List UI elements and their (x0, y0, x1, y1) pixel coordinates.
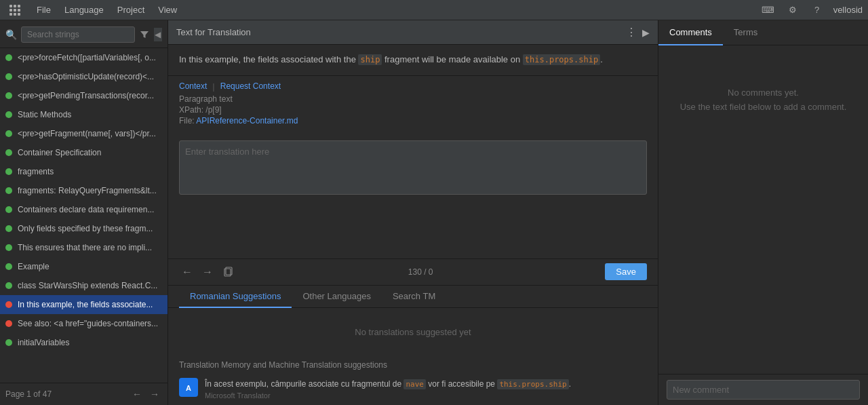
sidebar-list-item[interactable]: initialVariables (0, 333, 167, 352)
item-text: Static Methods (18, 110, 162, 119)
tm-section-label: Translation Memory and Machine Translati… (179, 360, 647, 370)
menu-project[interactable]: Project (111, 2, 151, 18)
sidebar-list-item[interactable]: <pre>hasOptimisticUpdate(record)<... (0, 67, 167, 86)
item-status-dot (5, 244, 12, 251)
item-text: fragments: RelayQueryFragments&lt... (18, 186, 162, 195)
svg-rect-7 (14, 13, 16, 16)
filter-button[interactable] (139, 26, 150, 43)
item-status-dot (5, 111, 12, 118)
item-text: <pre>getFragment(name[, vars])</pr... (18, 129, 162, 138)
context-divider: | (212, 81, 214, 92)
source-area: In this example, the fields associated w… (168, 45, 658, 76)
item-text: initialVariables (18, 338, 162, 347)
copy-source-button[interactable] (220, 264, 236, 280)
item-text: In this example, the fields associate... (18, 300, 162, 309)
svg-rect-2 (18, 5, 20, 7)
prev-page-button[interactable]: ← (130, 387, 144, 401)
save-button[interactable]: Save (605, 263, 647, 280)
item-text: fragments (18, 167, 162, 176)
item-text: <pre>hasOptimisticUpdate(record)<... (18, 72, 162, 81)
settings-icon[interactable]: ⚙ (785, 2, 801, 18)
svg-rect-6 (9, 13, 12, 16)
sidebar-list-item[interactable]: Containers declare data requiremen... (0, 200, 167, 219)
tab-other-languages[interactable]: Other Languages (292, 286, 381, 308)
item-text: Containers declare data requiremen... (18, 205, 162, 214)
sidebar-list-item[interactable]: fragments: RelayQueryFragments&lt... (0, 181, 167, 200)
sidebar-list-item[interactable]: Only fields specified by these fragm... (0, 219, 167, 238)
context-file: File: APIReference-Container.md (179, 116, 647, 126)
menu-file[interactable]: File (30, 2, 58, 18)
help-icon[interactable]: ? (809, 2, 825, 18)
suggestions-tab-bar: Romanian Suggestions Other Languages Sea… (168, 286, 658, 308)
expand-button[interactable]: ▶ (642, 27, 650, 38)
no-comments-message: No comments yet. Use the text field belo… (680, 86, 847, 115)
tm-service-icon: A (179, 378, 198, 397)
context-details: Paragraph text XPath: /p[9] File: APIRef… (179, 92, 647, 132)
item-text: See also: <a href="guides-containers... (18, 319, 162, 328)
menu-bar: File Language Project View ⌨ ⚙ ? vellosi… (0, 0, 868, 20)
tab-search-tm[interactable]: Search TM (382, 286, 446, 308)
item-status-dot (5, 225, 12, 232)
translation-panel-title: Text for Translation (176, 27, 251, 37)
context-section: Context | Request Context Paragraph text… (168, 76, 658, 135)
item-text: class StarWarsShip extends React.C... (18, 281, 162, 290)
next-translation-button[interactable]: → (199, 263, 216, 281)
sidebar-list-item[interactable]: In this example, the fields associate... (0, 295, 167, 314)
translation-input-area (168, 135, 658, 258)
right-footer (658, 374, 868, 405)
no-suggestions-text: No translations suggested yet (179, 316, 647, 348)
item-status-dot (5, 282, 12, 289)
item-status-dot (5, 130, 12, 137)
menu-view[interactable]: View (151, 2, 184, 18)
sidebar-header: 🔍 ◀ (0, 20, 167, 48)
sidebar-list-item[interactable]: <pre>forceFetch([partialVariables[, o... (0, 48, 167, 67)
svg-text:A: A (186, 384, 191, 392)
svg-rect-1 (14, 5, 16, 7)
sidebar-list-item[interactable]: class StarWarsShip extends React.C... (0, 276, 167, 295)
search-input[interactable] (21, 26, 135, 43)
item-status-dot (5, 73, 12, 80)
sidebar-list-item[interactable]: Container Specification (0, 143, 167, 162)
search-icon: 🔍 (5, 29, 17, 40)
new-comment-input[interactable] (667, 380, 860, 400)
item-status-dot (5, 206, 12, 213)
sidebar-list: <pre>forceFetch([partialVariables[, o...… (0, 48, 167, 383)
more-options-button[interactable]: ⋮ (626, 26, 637, 39)
context-file-link[interactable]: APIReference-Container.md (196, 116, 298, 126)
tab-comments[interactable]: Comments (658, 20, 723, 45)
sidebar-list-item[interactable]: See also: <a href="guides-containers... (0, 314, 167, 333)
item-text: Example (18, 262, 162, 271)
sidebar-list-item[interactable]: This ensures that there are no impli... (0, 238, 167, 257)
tm-source: Microsoft Translator (205, 391, 571, 400)
right-content: No comments yet. Use the text field belo… (658, 45, 868, 374)
item-text: Only fields specified by these fragm... (18, 224, 162, 233)
translation-textarea[interactable] (179, 140, 647, 195)
sidebar: 🔍 ◀ <pre>forceFetch([partialVariables[, … (0, 20, 168, 405)
sidebar-list-item[interactable]: <pre>getPendingTransactions(recor... (0, 86, 167, 105)
menu-language[interactable]: Language (58, 2, 111, 18)
item-status-dot (5, 301, 12, 308)
prev-translation-button[interactable]: ← (179, 263, 195, 281)
sidebar-list-item[interactable]: Static Methods (0, 105, 167, 124)
sidebar-list-item[interactable]: fragments (0, 162, 167, 181)
keyboard-icon[interactable]: ⌨ (760, 2, 776, 18)
item-text: <pre>getPendingTransactions(recor... (18, 91, 162, 100)
source-text: In this example, the fields associated w… (179, 53, 647, 67)
collapse-sidebar-button[interactable]: ◀ (154, 28, 162, 41)
context-label[interactable]: Context (179, 81, 207, 91)
suggestions-content: No translations suggested yet (168, 308, 658, 356)
svg-rect-5 (18, 9, 20, 12)
context-xpath: XPath: /p[9] (179, 105, 647, 115)
request-context-label[interactable]: Request Context (220, 81, 281, 91)
translation-header: Text for Translation ⋮ ▶ (168, 20, 658, 45)
tab-romanian-suggestions[interactable]: Romanian Suggestions (179, 286, 292, 308)
sidebar-list-item[interactable]: Example (0, 257, 167, 276)
tm-code-this-props-ship: this.props.ship (497, 379, 568, 389)
tm-item: A În acest exemplu, câmpurile asociate c… (179, 375, 647, 403)
user-name: vellosid (833, 5, 863, 15)
tab-terms[interactable]: Terms (723, 20, 768, 45)
translation-toolbar: ← → 130 / 0 Save (168, 258, 658, 285)
sidebar-list-item[interactable]: <pre>getFragment(name[, vars])</pr... (0, 124, 167, 143)
svg-rect-0 (9, 5, 12, 7)
next-page-button[interactable]: → (147, 387, 162, 401)
